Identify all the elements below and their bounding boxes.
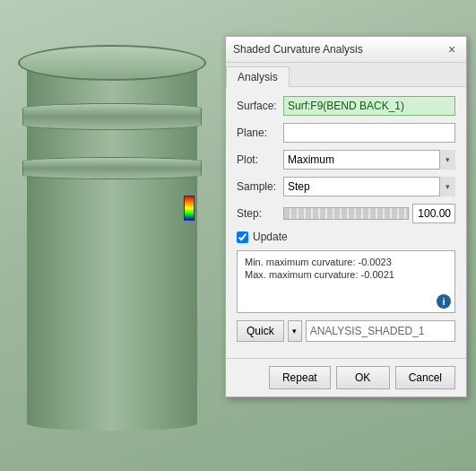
update-label: Update xyxy=(253,231,288,243)
plane-input[interactable] xyxy=(283,123,455,143)
curvature-color-patch xyxy=(184,196,195,221)
sample-label: Sample: xyxy=(237,180,283,193)
sample-select[interactable]: Step Fine Medium Coarse xyxy=(283,177,455,196)
step-label: Step: xyxy=(237,207,283,220)
surface-input[interactable] xyxy=(283,96,455,116)
cancel-button[interactable]: Cancel xyxy=(395,366,455,389)
cylinder-model xyxy=(9,18,215,458)
shaded-curvature-dialog: Shaded Curvature Analysis × Analysis Sur… xyxy=(225,36,467,397)
quick-button[interactable]: Quick xyxy=(237,320,284,342)
tab-analysis[interactable]: Analysis xyxy=(226,66,290,87)
update-checkbox[interactable] xyxy=(237,231,248,243)
surface-row: Surface: xyxy=(237,96,455,116)
info-box: Min. maximum curvature: -0.0023 Max. max… xyxy=(237,250,455,313)
surface-label: Surface: xyxy=(237,100,283,112)
step-slider-track[interactable] xyxy=(283,207,409,220)
step-row: Step: xyxy=(237,204,455,223)
cylinder-top xyxy=(18,45,206,81)
ok-button[interactable]: OK xyxy=(336,366,390,389)
plane-label: Plane: xyxy=(237,126,283,139)
close-button[interactable]: × xyxy=(445,42,459,57)
repeat-button[interactable]: Repeat xyxy=(269,366,331,389)
plot-select-wrapper: Maximum Minimum Gaussian Mean ▾ xyxy=(283,150,455,170)
plot-row: Plot: Maximum Minimum Gaussian Mean ▾ xyxy=(237,150,455,170)
dialog-titlebar: Shaded Curvature Analysis × xyxy=(226,37,466,63)
analysis-name-input[interactable] xyxy=(306,320,455,342)
sample-row: Sample: Step Fine Medium Coarse ▾ xyxy=(237,177,455,196)
step-value-input[interactable] xyxy=(412,204,455,223)
update-row: Update xyxy=(237,231,455,243)
dialog-footer: Repeat OK Cancel xyxy=(226,358,466,397)
tab-bar: Analysis xyxy=(226,63,466,87)
cylinder-ring1 xyxy=(22,103,202,130)
quick-dropdown-arrow-icon: ▾ xyxy=(292,327,297,336)
info-line-1: Min. maximum curvature: -0.0023 xyxy=(245,257,447,267)
form-area: Surface: Plane: Plot: Maximum Minimum Ga… xyxy=(226,87,466,358)
sample-select-wrapper: Step Fine Medium Coarse ▾ xyxy=(283,177,455,196)
cylinder-ring2 xyxy=(22,157,202,179)
info-line-2: Max. maximum curvature: -0.0021 xyxy=(245,269,447,280)
plot-select[interactable]: Maximum Minimum Gaussian Mean xyxy=(283,150,455,170)
dialog-title: Shaded Curvature Analysis xyxy=(233,43,363,56)
step-slider-wrapper xyxy=(283,204,455,223)
quick-dropdown-button[interactable]: ▾ xyxy=(288,320,302,342)
info-icon[interactable]: i xyxy=(437,294,451,309)
plane-row: Plane: xyxy=(237,123,455,143)
action-row: Quick ▾ xyxy=(237,320,455,342)
plot-label: Plot: xyxy=(237,153,283,166)
